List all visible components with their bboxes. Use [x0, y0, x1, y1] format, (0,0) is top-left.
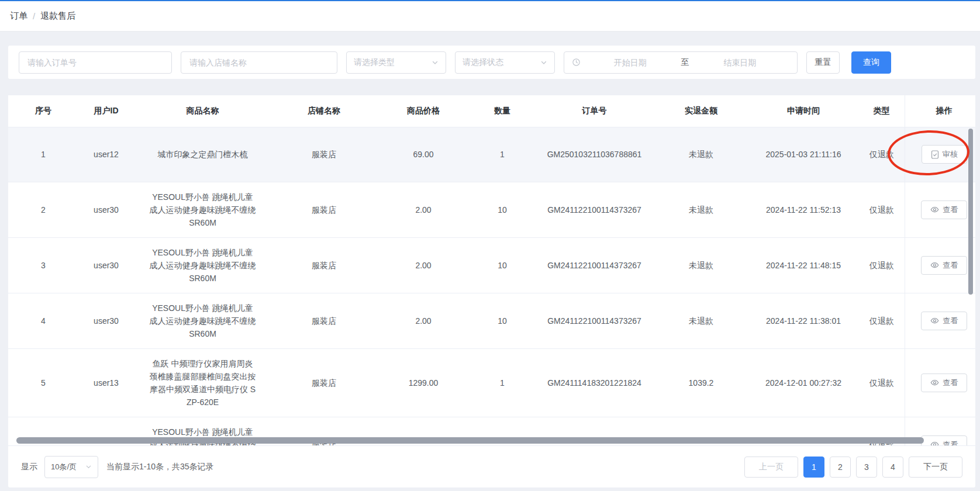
audit-button[interactable]: 审核	[922, 145, 967, 164]
cell-product: 鱼跃 中频理疗仪家用肩周炎颈椎膝盖腿部腰椎间盘突出按摩器中频双通道中频电疗仪 S…	[134, 348, 271, 417]
table-card: 序号用户ID商品名称店铺名称商品价格数量订单号实退金额申请时间类型操作 1use…	[8, 95, 975, 487]
cell-user: user30	[78, 182, 134, 237]
page-size-label: 显示	[21, 462, 37, 472]
cell-shop: 服装店	[271, 182, 377, 237]
audit-icon	[931, 150, 939, 159]
cell-no: 1	[8, 127, 78, 182]
cell-type: 仅退款	[859, 293, 905, 348]
breadcrumb-separator: /	[33, 11, 35, 21]
shop-name-field	[181, 51, 337, 74]
end-date-input[interactable]	[691, 52, 790, 73]
refund-table: 序号用户ID商品名称店铺名称商品价格数量订单号实退金额申请时间类型操作 1use…	[8, 95, 975, 445]
table-row: 5user13鱼跃 中频理疗仪家用肩周炎颈椎膝盖腿部腰椎间盘突出按摩器中频双通道…	[8, 348, 975, 417]
table-viewport: 序号用户ID商品名称店铺名称商品价格数量订单号实退金额申请时间类型操作 1use…	[8, 95, 975, 445]
view-button[interactable]: 查看	[921, 374, 967, 392]
column-header: 数量	[470, 95, 534, 127]
cell-product: YESOUL野小兽 跳绳机儿童成人运动健身趣味跳绳不缠绕 SR60M	[134, 293, 271, 348]
action-button-label: 查看	[943, 260, 958, 271]
action-button-label: 查看	[943, 205, 958, 215]
column-header: 订单号	[534, 95, 654, 127]
action-button-label: 查看	[943, 316, 958, 326]
horizontal-scrollbar-thumb[interactable]	[16, 437, 924, 444]
cell-qty: 10	[470, 182, 534, 237]
column-header: 类型	[859, 95, 905, 127]
cell-price: 69.00	[377, 127, 470, 182]
cell-time: 2024-11-22 11:52:13	[748, 182, 859, 237]
cell-type: 仅退款	[859, 127, 905, 182]
cell-action: 查看	[905, 293, 975, 348]
type-select[interactable]: 请选择类型	[346, 51, 446, 74]
cell-order: GM241122100114373267	[534, 182, 654, 237]
cell-price: 2.00	[377, 237, 470, 293]
cell-qty: 1	[470, 127, 534, 182]
view-button[interactable]: 查看	[921, 200, 967, 219]
clock-icon	[572, 58, 581, 67]
page-button-1[interactable]: 1	[803, 457, 824, 478]
page-button-2[interactable]: 2	[830, 457, 851, 478]
page-size-select[interactable]: 10条/页	[44, 456, 98, 478]
cell-price: 2.00	[377, 293, 470, 348]
type-select-placeholder: 请选择类型	[354, 57, 395, 68]
status-select[interactable]: 请选择状态	[455, 51, 555, 74]
cell-shop: 服装店	[271, 237, 377, 293]
cell-refund: 未退款	[654, 127, 748, 182]
start-date-input[interactable]	[581, 52, 680, 73]
page-button-3[interactable]: 3	[856, 457, 877, 478]
vertical-scrollbar-thumb[interactable]	[968, 129, 973, 295]
prev-page-button[interactable]: 上一页	[744, 457, 798, 478]
table-body: 1user12城市印象之定鼎门檀木梳服装店69.001GM25010321103…	[8, 127, 975, 445]
chevron-down-icon	[85, 464, 92, 470]
pagination: 上一页 1234 下一页	[744, 457, 962, 478]
cell-no: 3	[8, 237, 78, 293]
column-header: 实退金额	[654, 95, 748, 127]
cell-refund: 1039.2	[654, 348, 748, 417]
table-row: 1user12城市印象之定鼎门檀木梳服装店69.001GM25010321103…	[8, 127, 975, 182]
action-button-label: 查看	[943, 378, 958, 388]
pagination-pages: 1234	[803, 457, 903, 478]
cell-product: 城市印象之定鼎门檀木梳	[134, 127, 271, 182]
cell-refund: 未退款	[654, 182, 748, 237]
view-button[interactable]: 查看	[921, 256, 967, 275]
cell-action: 审核	[905, 127, 975, 182]
cell-time: 2024-11-22 11:38:01	[748, 293, 859, 348]
column-header: 操作	[905, 95, 975, 127]
order-number-input[interactable]	[19, 52, 171, 73]
column-header: 申请时间	[748, 95, 859, 127]
chevron-down-icon	[540, 59, 547, 66]
breadcrumb-section[interactable]: 订单	[10, 11, 27, 22]
cell-type: 仅退款	[859, 237, 905, 293]
cell-user: user12	[78, 127, 134, 182]
breadcrumb-current: 退款售后	[40, 11, 75, 22]
order-number-field	[19, 51, 172, 74]
date-range-picker[interactable]: 至	[564, 51, 798, 74]
cell-action: 查看	[905, 348, 975, 417]
cell-action: 查看	[905, 182, 975, 237]
cell-shop: 服装店	[271, 127, 377, 182]
cell-order: GM241114183201221824	[534, 348, 654, 417]
table-row: 4user30YESOUL野小兽 跳绳机儿童成人运动健身趣味跳绳不缠绕 SR60…	[8, 293, 975, 348]
page-button-4[interactable]: 4	[882, 457, 903, 478]
cell-qty: 10	[470, 237, 534, 293]
filter-bar: 请选择类型 请选择状态 至 重置 查询	[8, 46, 975, 79]
cell-action: 查看	[905, 237, 975, 293]
column-header: 商品名称	[134, 95, 271, 127]
column-header: 店铺名称	[271, 95, 377, 127]
cell-product: YESOUL野小兽 跳绳机儿童成人运动健身趣味跳绳不缠绕 SR60M	[134, 237, 271, 293]
table-header-row: 序号用户ID商品名称店铺名称商品价格数量订单号实退金额申请时间类型操作	[8, 95, 975, 127]
column-header: 序号	[8, 95, 78, 127]
view-button[interactable]: 查看	[921, 312, 967, 330]
search-button[interactable]: 查询	[851, 51, 891, 74]
view-button[interactable]: 查看	[921, 435, 967, 446]
cell-price: 1299.00	[377, 348, 470, 417]
reset-button[interactable]: 重置	[806, 51, 840, 74]
cell-user: user13	[78, 348, 134, 417]
cell-order: GM241122100114373267	[534, 293, 654, 348]
next-page-button[interactable]: 下一页	[909, 457, 962, 478]
cell-price: 2.00	[377, 182, 470, 237]
cell-order: GM241122100114373267	[534, 237, 654, 293]
cell-product: YESOUL野小兽 跳绳机儿童成人运动健身趣味跳绳不缠绕 SR60M	[134, 182, 271, 237]
cell-refund: 未退款	[654, 237, 748, 293]
shop-name-input[interactable]	[181, 52, 337, 73]
chevron-down-icon	[432, 59, 439, 66]
cell-type: 仅退款	[859, 348, 905, 417]
